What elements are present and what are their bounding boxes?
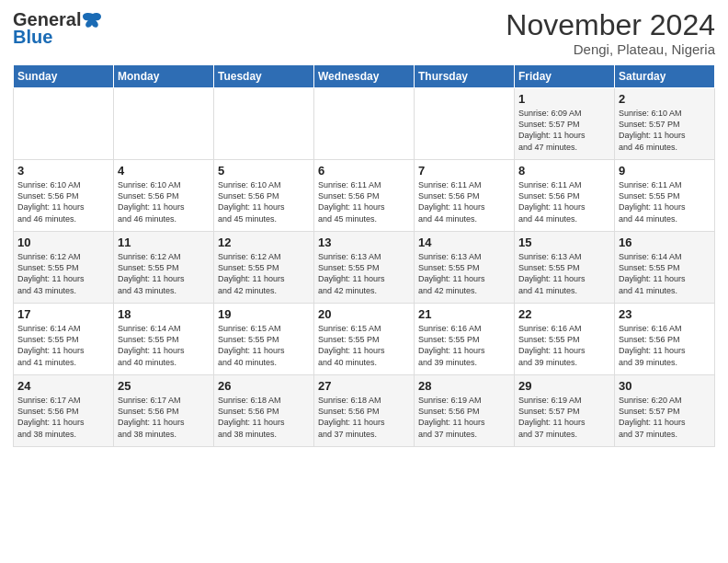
calendar-day-cell: 2Sunrise: 6:10 AM Sunset: 5:57 PM Daylig… xyxy=(615,88,715,160)
calendar-day-cell: 15Sunrise: 6:13 AM Sunset: 5:55 PM Dayli… xyxy=(515,232,615,304)
day-info: Sunrise: 6:14 AM Sunset: 5:55 PM Dayligh… xyxy=(619,251,711,296)
calendar-day-cell: 16Sunrise: 6:14 AM Sunset: 5:55 PM Dayli… xyxy=(615,232,715,304)
page: General Blue November 2024 Dengi, Platea… xyxy=(0,0,728,563)
logo-bird-icon xyxy=(83,10,103,30)
day-number: 14 xyxy=(418,236,510,249)
day-info: Sunrise: 6:13 AM Sunset: 5:55 PM Dayligh… xyxy=(318,251,410,296)
calendar-week-row: 10Sunrise: 6:12 AM Sunset: 5:55 PM Dayli… xyxy=(14,232,715,304)
calendar-day-cell: 11Sunrise: 6:12 AM Sunset: 5:55 PM Dayli… xyxy=(114,232,214,304)
calendar-day-cell: 24Sunrise: 6:17 AM Sunset: 5:56 PM Dayli… xyxy=(14,375,114,447)
calendar-day-cell: 25Sunrise: 6:17 AM Sunset: 5:56 PM Dayli… xyxy=(114,375,214,447)
day-info: Sunrise: 6:12 AM Sunset: 5:55 PM Dayligh… xyxy=(218,251,310,296)
day-number: 12 xyxy=(218,236,310,249)
day-info: Sunrise: 6:11 AM Sunset: 5:56 PM Dayligh… xyxy=(418,179,510,224)
calendar-week-row: 1Sunrise: 6:09 AM Sunset: 5:57 PM Daylig… xyxy=(14,88,715,160)
day-info: Sunrise: 6:17 AM Sunset: 5:56 PM Dayligh… xyxy=(17,395,109,440)
weekday-header: Sunday xyxy=(14,65,114,88)
calendar-day-cell: 26Sunrise: 6:18 AM Sunset: 5:56 PM Dayli… xyxy=(214,375,314,447)
calendar-day-cell: 21Sunrise: 6:16 AM Sunset: 5:55 PM Dayli… xyxy=(415,304,515,375)
calendar-day-cell: 9Sunrise: 6:11 AM Sunset: 5:55 PM Daylig… xyxy=(615,160,715,232)
calendar-day-cell: 19Sunrise: 6:15 AM Sunset: 5:55 PM Dayli… xyxy=(214,304,314,375)
day-info: Sunrise: 6:10 AM Sunset: 5:56 PM Dayligh… xyxy=(118,179,210,224)
day-number: 28 xyxy=(418,379,510,393)
calendar-day-cell: 17Sunrise: 6:14 AM Sunset: 5:55 PM Dayli… xyxy=(14,304,114,375)
calendar-day-cell: 14Sunrise: 6:13 AM Sunset: 5:55 PM Dayli… xyxy=(415,232,515,304)
location-title: Dengi, Plateau, Nigeria xyxy=(506,41,715,57)
calendar-day-cell: 22Sunrise: 6:16 AM Sunset: 5:55 PM Dayli… xyxy=(515,304,615,375)
day-info: Sunrise: 6:10 AM Sunset: 5:57 PM Dayligh… xyxy=(619,108,711,153)
day-info: Sunrise: 6:10 AM Sunset: 5:56 PM Dayligh… xyxy=(17,179,109,224)
day-number: 19 xyxy=(218,307,310,321)
day-info: Sunrise: 6:12 AM Sunset: 5:55 PM Dayligh… xyxy=(17,251,109,296)
day-info: Sunrise: 6:11 AM Sunset: 5:56 PM Dayligh… xyxy=(518,179,610,224)
day-number: 8 xyxy=(518,164,610,178)
logo: General Blue xyxy=(13,9,103,48)
day-number: 18 xyxy=(118,307,210,321)
calendar-day-cell xyxy=(114,88,214,160)
day-number: 13 xyxy=(318,236,410,249)
weekday-header: Wednesday xyxy=(314,65,415,88)
calendar-day-cell: 20Sunrise: 6:15 AM Sunset: 5:55 PM Dayli… xyxy=(314,304,415,375)
title-block: November 2024 Dengi, Plateau, Nigeria xyxy=(506,9,715,57)
calendar-day-cell: 1Sunrise: 6:09 AM Sunset: 5:57 PM Daylig… xyxy=(515,88,615,160)
calendar: SundayMondayTuesdayWednesdayThursdayFrid… xyxy=(13,64,715,447)
calendar-day-cell: 27Sunrise: 6:18 AM Sunset: 5:56 PM Dayli… xyxy=(314,375,415,447)
day-info: Sunrise: 6:14 AM Sunset: 5:55 PM Dayligh… xyxy=(118,323,210,368)
day-info: Sunrise: 6:12 AM Sunset: 5:55 PM Dayligh… xyxy=(118,251,210,296)
day-number: 10 xyxy=(17,236,109,249)
calendar-day-cell: 8Sunrise: 6:11 AM Sunset: 5:56 PM Daylig… xyxy=(515,160,615,232)
day-number: 23 xyxy=(619,307,711,321)
header: General Blue November 2024 Dengi, Platea… xyxy=(13,9,715,57)
weekday-header: Saturday xyxy=(615,65,715,88)
day-info: Sunrise: 6:18 AM Sunset: 5:56 PM Dayligh… xyxy=(218,395,310,440)
day-number: 21 xyxy=(418,307,510,321)
day-number: 24 xyxy=(17,379,109,393)
day-number: 7 xyxy=(418,164,510,178)
day-number: 2 xyxy=(619,92,711,106)
day-number: 22 xyxy=(518,307,610,321)
calendar-week-row: 24Sunrise: 6:17 AM Sunset: 5:56 PM Dayli… xyxy=(14,375,715,447)
calendar-day-cell: 29Sunrise: 6:19 AM Sunset: 5:57 PM Dayli… xyxy=(515,375,615,447)
day-number: 1 xyxy=(518,92,610,106)
day-number: 26 xyxy=(218,379,310,393)
day-number: 29 xyxy=(518,379,610,393)
calendar-week-row: 17Sunrise: 6:14 AM Sunset: 5:55 PM Dayli… xyxy=(14,304,715,375)
day-info: Sunrise: 6:17 AM Sunset: 5:56 PM Dayligh… xyxy=(118,395,210,440)
calendar-day-cell: 28Sunrise: 6:19 AM Sunset: 5:56 PM Dayli… xyxy=(415,375,515,447)
day-info: Sunrise: 6:16 AM Sunset: 5:55 PM Dayligh… xyxy=(418,323,510,368)
weekday-header: Thursday xyxy=(415,65,515,88)
calendar-day-cell: 10Sunrise: 6:12 AM Sunset: 5:55 PM Dayli… xyxy=(14,232,114,304)
calendar-day-cell: 23Sunrise: 6:16 AM Sunset: 5:56 PM Dayli… xyxy=(615,304,715,375)
day-number: 16 xyxy=(619,236,711,249)
day-number: 27 xyxy=(318,379,410,393)
day-info: Sunrise: 6:15 AM Sunset: 5:55 PM Dayligh… xyxy=(218,323,310,368)
day-info: Sunrise: 6:15 AM Sunset: 5:55 PM Dayligh… xyxy=(318,323,410,368)
day-number: 4 xyxy=(118,164,210,178)
calendar-day-cell: 7Sunrise: 6:11 AM Sunset: 5:56 PM Daylig… xyxy=(415,160,515,232)
calendar-day-cell xyxy=(415,88,515,160)
day-info: Sunrise: 6:14 AM Sunset: 5:55 PM Dayligh… xyxy=(17,323,109,368)
day-number: 3 xyxy=(17,164,109,178)
calendar-day-cell xyxy=(214,88,314,160)
calendar-week-row: 3Sunrise: 6:10 AM Sunset: 5:56 PM Daylig… xyxy=(14,160,715,232)
calendar-day-cell xyxy=(314,88,415,160)
calendar-day-cell: 6Sunrise: 6:11 AM Sunset: 5:56 PM Daylig… xyxy=(314,160,415,232)
day-number: 25 xyxy=(118,379,210,393)
calendar-day-cell xyxy=(14,88,114,160)
weekday-header: Monday xyxy=(114,65,214,88)
day-info: Sunrise: 6:09 AM Sunset: 5:57 PM Dayligh… xyxy=(518,108,610,153)
calendar-day-cell: 4Sunrise: 6:10 AM Sunset: 5:56 PM Daylig… xyxy=(114,160,214,232)
day-info: Sunrise: 6:19 AM Sunset: 5:57 PM Dayligh… xyxy=(518,395,610,440)
calendar-day-cell: 5Sunrise: 6:10 AM Sunset: 5:56 PM Daylig… xyxy=(214,160,314,232)
day-number: 6 xyxy=(318,164,410,178)
day-info: Sunrise: 6:11 AM Sunset: 5:56 PM Dayligh… xyxy=(318,179,410,224)
calendar-day-cell: 18Sunrise: 6:14 AM Sunset: 5:55 PM Dayli… xyxy=(114,304,214,375)
day-number: 9 xyxy=(619,164,711,178)
day-info: Sunrise: 6:16 AM Sunset: 5:55 PM Dayligh… xyxy=(518,323,610,368)
day-number: 5 xyxy=(218,164,310,178)
day-info: Sunrise: 6:20 AM Sunset: 5:57 PM Dayligh… xyxy=(619,395,711,440)
day-number: 15 xyxy=(518,236,610,249)
day-number: 20 xyxy=(318,307,410,321)
calendar-day-cell: 3Sunrise: 6:10 AM Sunset: 5:56 PM Daylig… xyxy=(14,160,114,232)
logo-blue: Blue xyxy=(13,27,52,48)
